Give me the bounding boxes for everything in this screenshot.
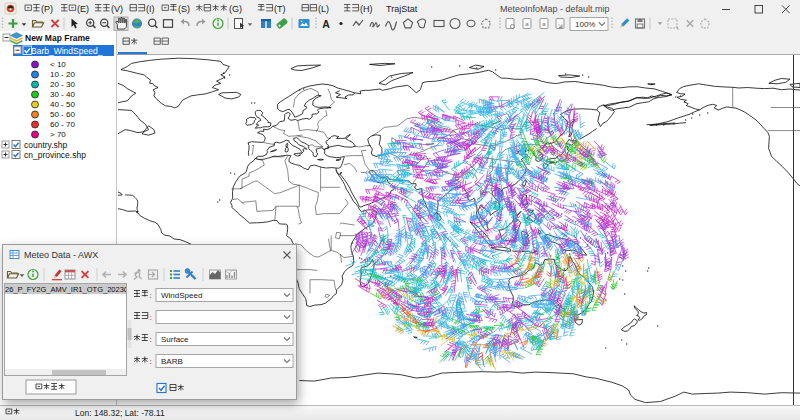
svg-text:100%: 100%: [575, 20, 595, 29]
svg-text::: :: [150, 313, 152, 322]
svg-text::: :: [150, 357, 152, 366]
svg-text:BARB: BARB: [161, 357, 183, 366]
svg-text:A: A: [322, 18, 330, 30]
svg-text::: :: [150, 291, 152, 300]
svg-text:Surface: Surface: [161, 335, 189, 344]
svg-text::: :: [150, 335, 152, 344]
svg-text:WindSpeed: WindSpeed: [161, 291, 202, 300]
